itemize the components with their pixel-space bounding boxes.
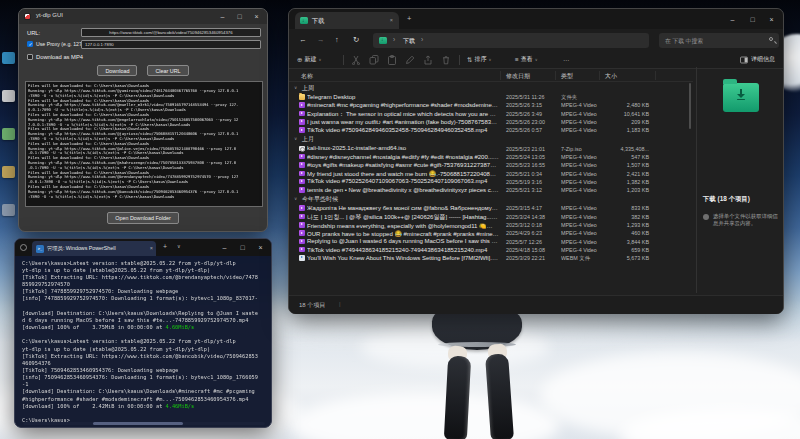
horizontal-scrollbar[interactable] bbox=[23, 422, 265, 425]
file-row[interactable]: Replying to @Juan I wasted 6 days runnin… bbox=[289, 237, 693, 245]
desktop-icon[interactable] bbox=[2, 52, 15, 64]
desktop-icon[interactable] bbox=[2, 128, 15, 140]
more-button[interactable]: … bbox=[563, 55, 570, 62]
details-panel: 下载 (18 个项目) 选择单个文件以获取详细信息并共享云内容。 bbox=[696, 67, 784, 293]
file-row[interactable]: TikTok video #7494438634185215240-749443… bbox=[289, 246, 693, 254]
forward-icon[interactable]: → bbox=[317, 35, 325, 44]
breadcrumb[interactable]: › 下载 › bbox=[373, 33, 649, 48]
url-input[interactable]: https://www.tiktok.com/@bancobik/video/7… bbox=[81, 28, 261, 37]
open-download-folder-button[interactable]: Open Download Folder bbox=[107, 212, 178, 224]
desktop-icon[interactable] bbox=[2, 204, 15, 216]
file-name: TikTok video #7502526407109067063-750252… bbox=[307, 178, 499, 184]
sort-button[interactable]: ⇅ 排序 ∨ bbox=[467, 55, 491, 64]
ytdlp-log-area[interactable]: Files will be downloaded to: C:\Users\ka… bbox=[25, 81, 263, 207]
tab-close-icon[interactable]: × bbox=[150, 245, 153, 251]
tab-dropdown-icon[interactable]: ∨ bbox=[177, 243, 181, 249]
up-icon[interactable]: ↑ bbox=[335, 35, 339, 44]
file-row[interactable]: OUR pranks have to be stopped 😂 #minecra… bbox=[289, 229, 693, 237]
group-header[interactable]: ∨今年早些时候 bbox=[289, 194, 693, 204]
clear-url-button[interactable]: Clear URL bbox=[147, 65, 188, 76]
terminal-titlebar[interactable]: >_ 管理员: Windows PowerShell × + ∨ – □ × bbox=[15, 239, 271, 256]
file-row[interactable]: Жадропіта Не манаджвегу без моної сим @f… bbox=[289, 204, 693, 212]
explorer-tabbar[interactable]: 下载 × + – □ × bbox=[289, 9, 783, 29]
maximize-button[interactable]: □ bbox=[744, 9, 761, 29]
file-row[interactable]: Telegram Desktop2025/5/31 11:26文件夹 bbox=[289, 93, 693, 101]
file-size: 5,673 KB bbox=[587, 255, 649, 261]
file-row[interactable]: #minecraft #mc #pcgaming #highperformanc… bbox=[289, 101, 693, 109]
share-icon[interactable] bbox=[423, 55, 433, 65]
ytdlp-gui-window: yt-dlp GUI – □ × URL: https://www.tiktok… bbox=[18, 8, 268, 232]
chevron-down-icon: ∨ bbox=[488, 57, 491, 62]
minimize-button[interactable]: – bbox=[216, 239, 233, 256]
video-file-icon bbox=[299, 127, 305, 133]
file-row[interactable]: I just wanna wear my outfit♪ #art #anima… bbox=[289, 118, 693, 126]
file-row[interactable]: My friend just stood there and watch me … bbox=[289, 169, 693, 177]
use-proxy-checkbox[interactable] bbox=[27, 41, 33, 47]
vertical-scrollbar[interactable] bbox=[689, 83, 691, 129]
download-button[interactable]: Download bbox=[97, 65, 137, 76]
minimize-button[interactable]: – bbox=[214, 9, 231, 24]
file-row[interactable]: Explanation： The sensor in optical mice … bbox=[289, 110, 693, 118]
ytdlp-titlebar[interactable]: yt-dlp GUI – □ × bbox=[19, 9, 267, 24]
file-row[interactable]: 나도 | 1인칭... | @琴 @silica 100k++@ [240626… bbox=[289, 213, 693, 221]
terminal-output[interactable]: C:\Users\kasus>Latest version: stable@20… bbox=[22, 259, 266, 423]
details-pane-icon bbox=[740, 56, 748, 64]
desktop-icon[interactable] bbox=[2, 166, 15, 178]
column-name[interactable]: 名称 bbox=[301, 72, 313, 81]
scrollbar-thumb[interactable] bbox=[93, 422, 183, 425]
maximize-button[interactable]: □ bbox=[234, 239, 251, 256]
new-button[interactable]: ⊕ 新建 ∨ bbox=[297, 55, 321, 64]
minimize-button[interactable]: – bbox=[724, 9, 741, 29]
file-name: #minecraft #mc #pcgaming #highperformanc… bbox=[307, 102, 499, 108]
close-button[interactable]: × bbox=[252, 239, 269, 256]
rename-icon[interactable] bbox=[405, 55, 415, 65]
file-row[interactable]: #disney #disneychannel #nostalgia #editf… bbox=[289, 153, 693, 161]
file-size: 460 KB bbox=[587, 230, 649, 236]
terminal-line: yt-dlp is up to date (stable@2025.05.22 … bbox=[22, 345, 266, 352]
terminal-line: [TikTok] 7478859929752974570: Downloadin… bbox=[22, 288, 266, 295]
download-mp4-checkbox[interactable] bbox=[27, 54, 33, 60]
back-icon[interactable]: ← bbox=[299, 35, 307, 44]
group-header[interactable]: ∨上月 bbox=[289, 134, 693, 144]
file-size: 1,183 KB bbox=[587, 127, 649, 133]
details-pane-toggle[interactable]: 详细信息 bbox=[740, 55, 775, 64]
close-button[interactable]: × bbox=[763, 9, 780, 29]
new-tab-button[interactable]: + bbox=[407, 14, 411, 23]
powershell-window: >_ 管理员: Windows PowerShell × + ∨ – □ × C… bbox=[14, 238, 272, 428]
new-tab-button[interactable]: + bbox=[163, 243, 167, 250]
cut-icon[interactable] bbox=[351, 55, 361, 65]
file-row[interactable]: TikTok video #7509462849460352458-750946… bbox=[289, 126, 693, 134]
file-row[interactable]: TikTok video #7502526407109067063-750252… bbox=[289, 178, 693, 186]
terminal-tab[interactable]: >_ 管理员: Windows PowerShell × bbox=[32, 241, 156, 256]
divider bbox=[459, 55, 460, 65]
file-row[interactable]: tennis de gen • New @breathedivinity x @… bbox=[289, 186, 693, 194]
view-button[interactable]: ≡ 查看 ∨ bbox=[515, 55, 538, 64]
video-file-icon bbox=[299, 187, 305, 193]
desktop-icon[interactable] bbox=[2, 90, 15, 102]
file-date: 2025/5/21 0:34 bbox=[506, 171, 558, 177]
search-box[interactable]: 在 下载 中搜索 bbox=[659, 33, 779, 48]
file-row[interactable]: Friendship means everything, especially … bbox=[289, 221, 693, 229]
maximize-button[interactable]: □ bbox=[231, 9, 248, 24]
column-type[interactable]: 类型 bbox=[561, 72, 573, 81]
file-name: #toys #gifts #makeup #satisfying #asmr #… bbox=[307, 162, 499, 168]
breadcrumb-downloads[interactable]: 下载 bbox=[403, 37, 415, 46]
iso-file-icon bbox=[299, 146, 305, 152]
copy-icon[interactable] bbox=[369, 55, 379, 65]
refresh-icon[interactable]: ↻ bbox=[353, 35, 359, 44]
paste-icon[interactable] bbox=[387, 55, 397, 65]
column-size[interactable]: 大小 bbox=[605, 72, 617, 81]
group-header[interactable]: ∨上周 bbox=[289, 83, 693, 93]
file-row[interactable]: You'll Wish You Knew About This Windows … bbox=[289, 254, 693, 262]
column-date[interactable]: 修改日期 bbox=[506, 72, 530, 81]
file-row[interactable]: #toys #gifts #makeup #satisfying #asmr #… bbox=[289, 161, 693, 169]
file-name: Telegram Desktop bbox=[307, 94, 499, 100]
file-size: 659 KB bbox=[587, 247, 649, 253]
close-button[interactable]: × bbox=[248, 9, 265, 24]
delete-icon[interactable] bbox=[441, 55, 451, 65]
tab-close-icon[interactable]: × bbox=[390, 17, 393, 23]
column-headers: 名称 修改日期 类型 大小 bbox=[289, 69, 693, 82]
explorer-tab-downloads[interactable]: 下载 × bbox=[295, 12, 399, 29]
file-row[interactable]: kali-linux-2025.1c-installer-amd64.iso20… bbox=[289, 144, 693, 152]
proxy-input[interactable]: 127.0.0.1:7890 bbox=[81, 40, 261, 49]
